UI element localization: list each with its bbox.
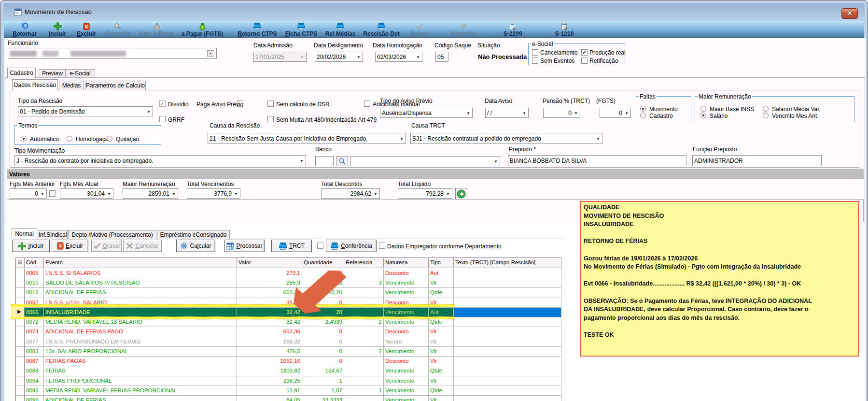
total-descontos-label: Total Descontos: [321, 181, 362, 187]
tab-inf-sindical[interactable]: Inf.Sindical: [38, 230, 68, 239]
action-button-label: Cancelar: [135, 243, 158, 249]
consulta-icon: [114, 22, 122, 30]
maior-remuneracao-field[interactable]: 2859,01▼: [123, 188, 178, 199]
grrf-checkbox[interactable]: [159, 116, 166, 122]
action-button-conferencia[interactable]: Conferência: [326, 240, 377, 252]
tab-empr-stimo-econsignado[interactable]: Empréstimo eConsignado: [157, 230, 230, 239]
conferencia-icon: [330, 243, 339, 250]
rel-medias-icon: [336, 22, 345, 30]
funcao-preposto-input[interactable]: ADMINISTRADOR: [692, 155, 822, 166]
adicionais-manual-checkbox[interactable]: [364, 100, 370, 107]
trct-checkbox[interactable]: [317, 243, 323, 249]
radio-cadastro[interactable]: [640, 113, 646, 118]
toolbar-button-label: Ctas a Pagar: [140, 30, 175, 37]
preposto-input[interactable]: BIANCA BOBBATO DA SILVA: [508, 155, 686, 166]
codigo-saque-field[interactable]: 05: [435, 52, 448, 62]
data-admissao-field[interactable]: 17/01/2025▼: [253, 52, 307, 62]
fgts-mes-atual-field[interactable]: 301,04▼: [60, 188, 113, 199]
tab-normal[interactable]: Normal: [12, 228, 37, 239]
radio-quitacao-label: Quitação: [115, 136, 140, 143]
close-button[interactable]: ✕: [841, 8, 858, 19]
action-button-excluir[interactable]: Excluir: [52, 240, 88, 252]
radio-maior-base-inss[interactable]: [700, 106, 706, 112]
causa-rescisao-combo[interactable]: 21 - Rescisão Sem Justa Causa por Inicia…: [208, 133, 406, 144]
ctas-a-pagar-icon: [154, 22, 161, 30]
radio-automatico[interactable]: [21, 136, 27, 142]
esocial-check-sem-eventos[interactable]: [532, 57, 538, 64]
departamento-checkbox[interactable]: [379, 243, 385, 249]
toolbar-button-label: S-1210: [555, 30, 574, 37]
total-liquido-back-button[interactable]: [455, 188, 467, 200]
tab-e-social[interactable]: e-Social: [65, 69, 95, 78]
grid-header-3[interactable]: Quantidade: [302, 258, 344, 268]
trct-icon: [279, 243, 287, 250]
total-vencimentos-label: Total Vencimentos: [187, 181, 234, 187]
toolbar-button-s2299[interactable]: S-2299: [486, 22, 539, 37]
tab-dados-rescis-o[interactable]: Dados Rescisão: [12, 79, 58, 90]
data-homologacao-field[interactable]: 02/03/2026▼: [375, 52, 422, 62]
tipo-aviso-previo-combo[interactable]: Ausência/Dispensa▼: [380, 108, 473, 118]
tab-parametros-de-calculo[interactable]: Parametros de Calculo: [85, 81, 146, 90]
funcionario-nome-blurred: [70, 51, 126, 57]
tab-m-dias[interactable]: Médias: [59, 81, 84, 90]
departamento-label: Dados Empregador conforme Departamento: [387, 243, 502, 250]
cancelar-icon: [126, 243, 133, 249]
s1210-icon: [561, 22, 568, 30]
toolbar-button-s1210[interactable]: S-1210: [538, 22, 591, 37]
retorno-ctps-icon: [253, 22, 262, 30]
sem-calculo-dsr-checkbox[interactable]: [267, 100, 274, 107]
tab-cadastro[interactable]: Cadastro: [7, 68, 36, 78]
radio-salario[interactable]: [700, 113, 706, 118]
esocial-check-cancelamento[interactable]: [532, 49, 538, 56]
grid-header-4[interactable]: Referencia: [344, 258, 384, 268]
banco-codigo-input[interactable]: [315, 156, 334, 166]
fgts-spinner[interactable]: 0▼: [600, 108, 631, 118]
data-aviso-label: Data Aviso: [485, 98, 512, 104]
tipo-movimentacao-combo[interactable]: J - Rescisão do contrato por iniciativa …: [14, 155, 306, 166]
tab-depto-motivo-processamento-[interactable]: Depto /Motivo (Processamento): [68, 230, 156, 239]
grid-header-2[interactable]: Valor: [237, 258, 302, 268]
grid-header-1[interactable]: Evento: [44, 258, 237, 268]
grid-header-0[interactable]: Cód.: [25, 258, 44, 268]
fgts-mes-anterior-field[interactable]: 0▼: [10, 188, 47, 199]
radio-homologacao[interactable]: [67, 136, 72, 142]
grid-header-5[interactable]: Natureza: [384, 258, 429, 268]
total-vencimentos-field[interactable]: 3776,9▼: [187, 188, 240, 199]
radio-vencmto-mes-ant[interactable]: [763, 113, 769, 118]
causa-trct-combo[interactable]: SJ1 - Rescisão contratual a pedido do em…: [410, 133, 602, 144]
salvar-icon: [416, 22, 423, 30]
radio-movimento[interactable]: [640, 106, 646, 112]
data-desligamento-field[interactable]: 20/02/2026▼: [315, 52, 363, 62]
data-aviso-combo[interactable]: / /▼: [485, 108, 529, 118]
banco-lookup-button[interactable]: [336, 156, 348, 166]
grid-header-7[interactable]: Texto (TRCT) [Campo Rescisão]: [454, 258, 561, 268]
termos-group-title: Termos: [17, 122, 38, 129]
tab-preview[interactable]: Preview: [39, 69, 66, 78]
radio-quitacao[interactable]: [107, 136, 112, 142]
dissidio-checkbox[interactable]: [159, 100, 166, 107]
valores-title: Valores: [9, 171, 30, 178]
action-button-processar[interactable]: Processar: [224, 240, 265, 252]
radio-maior-base-inss-label: Maior Base INSS: [709, 106, 755, 113]
total-liquido-field[interactable]: 792,28▼: [398, 188, 452, 199]
funcionario-field[interactable]: ▪: [8, 48, 217, 59]
funcionario-lookup-button[interactable]: ▪: [207, 50, 214, 57]
tipo-rescisao-combo[interactable]: 01 - Pedido de Demissão▼: [18, 106, 153, 116]
banco-nome-combo[interactable]: ▼: [350, 156, 500, 166]
fgts-anterior-checkbox[interactable]: [49, 190, 56, 197]
pensao-trct-spinner[interactable]: 0▼: [543, 108, 580, 118]
data-desligamento-label: Data Desligamento: [314, 42, 363, 49]
grid-header-6[interactable]: Tipo: [429, 258, 454, 268]
esocial-check-producao-real[interactable]: [581, 49, 588, 56]
retornar-icon: [20, 22, 29, 30]
sem-multa-checkbox[interactable]: [267, 116, 274, 122]
events-grid: Cód.EventoValorQuantidadeReferenciaNatur…: [15, 258, 561, 401]
action-button-incluir[interactable]: Incluir: [12, 240, 50, 252]
action-button-calcular[interactable]: Calcular: [176, 240, 215, 252]
funcionario-codigo-blurred: [10, 51, 37, 57]
action-button-trct[interactable]: TRCT: [271, 240, 312, 252]
total-descontos-field[interactable]: 2984,62▼: [321, 188, 380, 199]
esocial-check-retificacao[interactable]: [581, 57, 588, 64]
radio-salario-media-var[interactable]: [763, 106, 769, 112]
toolbar-button-a-pagar-fgts[interactable]: $a Pagar (FGTS): [176, 22, 229, 37]
